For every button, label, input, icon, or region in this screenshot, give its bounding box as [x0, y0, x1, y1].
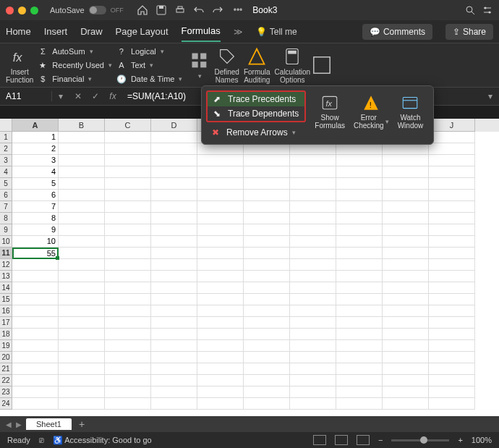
cell-I6[interactable]: [383, 190, 429, 201]
cell-D15[interactable]: [151, 294, 197, 305]
cell-J7[interactable]: [429, 201, 475, 213]
tab-insert[interactable]: Insert: [44, 22, 68, 41]
cell-E9[interactable]: [197, 224, 244, 236]
cell-J12[interactable]: [429, 259, 475, 271]
cell-J4[interactable]: [429, 166, 475, 178]
insert-function-button[interactable]: fx Insert Function: [6, 46, 33, 84]
cell-C2[interactable]: [105, 143, 151, 155]
cell-E14[interactable]: [197, 282, 244, 294]
row-header-13[interactable]: 13: [0, 271, 12, 282]
cell-F4[interactable]: [244, 166, 290, 178]
save-icon[interactable]: [155, 4, 167, 16]
normal-view-icon[interactable]: [313, 435, 326, 445]
cell-H18[interactable]: [336, 329, 383, 340]
cell-G13[interactable]: [290, 271, 336, 282]
cancel-icon[interactable]: ✕: [69, 88, 87, 105]
confirm-icon[interactable]: ✓: [87, 88, 104, 105]
cell-C10[interactable]: [105, 236, 151, 248]
cell-C13[interactable]: [105, 271, 151, 282]
cell-F20[interactable]: [244, 352, 290, 363]
cell-H22[interactable]: [336, 375, 383, 386]
row-header-4[interactable]: 4: [0, 166, 12, 178]
close-icon[interactable]: [6, 7, 14, 14]
row-header-20[interactable]: 20: [0, 352, 12, 363]
cell-D14[interactable]: [151, 282, 197, 294]
cell-F18[interactable]: [244, 329, 290, 340]
row-header-9[interactable]: 9: [0, 224, 12, 236]
minimize-icon[interactable]: [18, 7, 26, 14]
cell-J14[interactable]: [429, 282, 475, 294]
cell-G4[interactable]: [290, 166, 336, 178]
cell-B2[interactable]: [59, 143, 105, 155]
cell-D17[interactable]: [151, 317, 197, 329]
cell-F5[interactable]: [244, 178, 290, 190]
cell-F16[interactable]: [244, 305, 290, 317]
cell-E24[interactable]: [197, 398, 244, 410]
cell-H19[interactable]: [336, 340, 383, 352]
cell-E5[interactable]: [197, 178, 244, 190]
sheet-tab-active[interactable]: Sheet1: [26, 418, 72, 430]
cell-G11[interactable]: [290, 248, 336, 259]
cell-I18[interactable]: [383, 329, 429, 340]
row-header-14[interactable]: 14: [0, 282, 12, 294]
cell-A5[interactable]: 5: [12, 178, 59, 190]
cell-G21[interactable]: [290, 363, 336, 375]
calc-now-button[interactable]: [315, 55, 329, 75]
row-header-12[interactable]: 12: [0, 259, 12, 271]
tab-page-layout[interactable]: Page Layout: [116, 22, 169, 41]
row-header-7[interactable]: 7: [0, 201, 12, 213]
share-button[interactable]: ⇪ Share: [445, 24, 493, 40]
cell-G23[interactable]: [290, 386, 336, 398]
cell-H5[interactable]: [336, 178, 383, 190]
cell-B8[interactable]: [59, 213, 105, 224]
cell-I24[interactable]: [383, 398, 429, 410]
cell-D9[interactable]: [151, 224, 197, 236]
cell-D18[interactable]: [151, 329, 197, 340]
cell-G10[interactable]: [290, 236, 336, 248]
cell-H3[interactable]: [336, 155, 383, 166]
cell-C6[interactable]: [105, 190, 151, 201]
cell-F8[interactable]: [244, 213, 290, 224]
add-sheet-button[interactable]: +: [79, 418, 85, 430]
cell-A11[interactable]: 55: [12, 248, 59, 259]
comments-button[interactable]: 💬 Comments: [362, 24, 432, 40]
cell-C24[interactable]: [105, 398, 151, 410]
cell-A19[interactable]: [12, 340, 59, 352]
cell-C3[interactable]: [105, 155, 151, 166]
cell-C8[interactable]: [105, 213, 151, 224]
cell-H8[interactable]: [336, 213, 383, 224]
cell-D10[interactable]: [151, 236, 197, 248]
cell-J20[interactable]: [429, 352, 475, 363]
cell-F7[interactable]: [244, 201, 290, 213]
cell-I7[interactable]: [383, 201, 429, 213]
cell-G8[interactable]: [290, 213, 336, 224]
cell-C21[interactable]: [105, 363, 151, 375]
cell-B10[interactable]: [59, 236, 105, 248]
tab-home[interactable]: Home: [6, 22, 31, 41]
cell-B14[interactable]: [59, 282, 105, 294]
cell-C16[interactable]: [105, 305, 151, 317]
sheet-nav-right-icon[interactable]: ▶: [16, 420, 22, 428]
toggle-icon[interactable]: [89, 6, 106, 14]
select-all-corner[interactable]: [0, 119, 12, 132]
cell-H12[interactable]: [336, 259, 383, 271]
cell-D3[interactable]: [151, 155, 197, 166]
name-dropdown-icon[interactable]: ▾: [52, 88, 69, 105]
cell-B20[interactable]: [59, 352, 105, 363]
cell-J3[interactable]: [429, 155, 475, 166]
cell-A21[interactable]: [12, 363, 59, 375]
cell-F6[interactable]: [244, 190, 290, 201]
cell-A2[interactable]: 2: [12, 143, 59, 155]
cell-A22[interactable]: [12, 375, 59, 386]
tab-draw[interactable]: Draw: [80, 22, 102, 41]
cell-A12[interactable]: [12, 259, 59, 271]
cell-D4[interactable]: [151, 166, 197, 178]
cell-J21[interactable]: [429, 363, 475, 375]
row-header-19[interactable]: 19: [0, 340, 12, 352]
cell-I13[interactable]: [383, 271, 429, 282]
cell-G22[interactable]: [290, 375, 336, 386]
remove-arrows-button[interactable]: ✖ Remove Arrows ▾: [206, 125, 306, 140]
cell-D12[interactable]: [151, 259, 197, 271]
cell-J22[interactable]: [429, 375, 475, 386]
row-header-15[interactable]: 15: [0, 294, 12, 305]
